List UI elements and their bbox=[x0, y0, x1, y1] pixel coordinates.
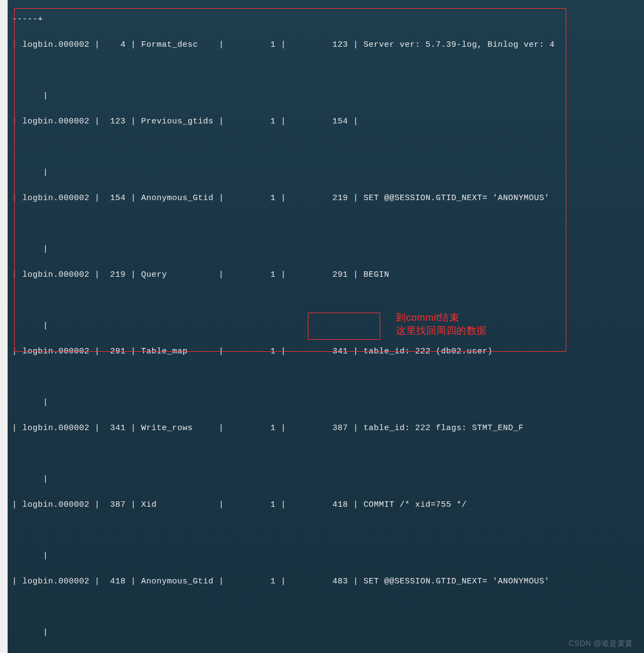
table-row: | logbin.000002 | 418 | Anonymous_Gtid |… bbox=[12, 575, 644, 588]
table-row-cont: | bbox=[12, 166, 644, 179]
annotation-text: 到commit结束 这里找回周四的数据 bbox=[396, 311, 487, 337]
table-row: | logbin.000002 | 341 | Write_rows | 1 |… bbox=[12, 422, 644, 435]
table-row: | logbin.000002 | 387 | Xid | 1 | 418 | … bbox=[12, 499, 644, 512]
table-row: | logbin.000002 | 4 | Format_desc | 1 | … bbox=[12, 39, 644, 52]
editor-gutter bbox=[0, 0, 8, 653]
table-row-cont: | bbox=[12, 320, 644, 333]
table-row-cont: | bbox=[12, 90, 644, 103]
watermark: CSDN @谁是黄黄 bbox=[568, 639, 633, 649]
table-row-cont: | bbox=[12, 473, 644, 486]
table-row-cont: | bbox=[12, 550, 644, 563]
table-row: | logbin.000002 | 291 | Table_map | 1 | … bbox=[12, 345, 644, 358]
table-row-cont: | bbox=[12, 626, 644, 639]
table-row: | logbin.000002 | 154 | Anonymous_Gtid |… bbox=[12, 192, 644, 205]
table-divider: -----+ bbox=[12, 13, 644, 26]
terminal-output: -----+ | logbin.000002 | 4 | Format_desc… bbox=[12, 0, 644, 653]
table-row: | logbin.000002 | 219 | Query | 1 | 291 … bbox=[12, 269, 644, 282]
table-row-cont: | bbox=[12, 243, 644, 256]
table-row: | logbin.000002 | 123 | Previous_gtids |… bbox=[12, 115, 644, 128]
table-row-cont: | bbox=[12, 396, 644, 409]
